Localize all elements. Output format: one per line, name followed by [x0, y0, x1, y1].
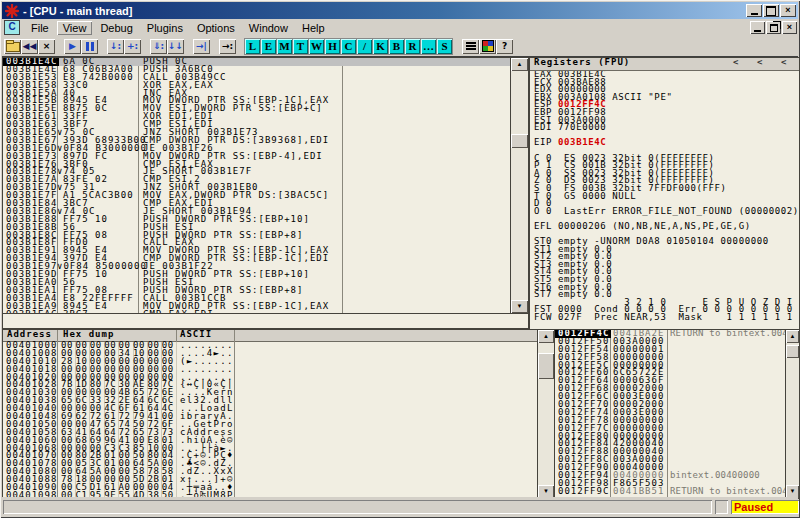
mdi-minimize-icon[interactable] — [750, 21, 765, 34]
scroll-up-icon[interactable]: ▲ — [538, 330, 554, 343]
menubar: C FileViewDebugPluginsOptionsWindowHelp … — [2, 19, 798, 36]
panel-button-m[interactable]: M — [277, 39, 292, 54]
register-line: O 0 LastErr ERROR_FILE_NOT_FOUND (000000… — [530, 208, 799, 216]
minimize-icon[interactable] — [746, 4, 762, 17]
menu-item-debug[interactable]: Debug — [94, 21, 138, 35]
register-line: EFL 00000206 (NO,NB,NE,A,NS,PE,GE,G) — [530, 223, 799, 231]
scroll-thumb[interactable] — [511, 134, 528, 148]
panel-button-k[interactable]: K — [373, 39, 388, 54]
scroll-thumb[interactable] — [786, 345, 799, 358]
open-file-button[interactable] — [4, 39, 21, 54]
disasm-row[interactable]: 003B1E5833C0XOR EAX,EAX — [3, 82, 510, 90]
register-line: T 0 GS 0000 NULL — [530, 193, 799, 201]
scroll-up-icon[interactable]: ▲ — [511, 58, 528, 71]
toolbar: ◀◀×▶↓:+:⇓:↓↓→|→:LEMTWHC/KBR…S? — [2, 36, 798, 56]
help-icon: ? — [502, 42, 507, 51]
execute-till-return-button[interactable]: →| — [193, 39, 210, 54]
status-small-field — [715, 500, 728, 514]
scroll-thumb[interactable] — [538, 353, 554, 379]
help-button[interactable]: ? — [496, 39, 513, 54]
close-program-button[interactable]: × — [38, 39, 55, 54]
panel-button-r[interactable]: R — [405, 39, 420, 54]
appearance-icon — [482, 40, 494, 52]
window-title: - [CPU - main thread] — [23, 5, 746, 17]
menu-item-plugins[interactable]: Plugins — [141, 21, 189, 35]
scroll-down-icon[interactable]: ▼ — [511, 300, 528, 313]
register-line: EDI 770E0000 — [530, 124, 799, 132]
cpu-window-icon[interactable]: C — [4, 20, 20, 35]
mdi-close-icon[interactable]: × — [782, 21, 797, 34]
fpu-pager-icon[interactable]: < — [733, 59, 739, 67]
go-to-address-icon: →: — [222, 42, 233, 51]
stack-pane[interactable]: 0012FF4C0041BA2ERETURN to bintext.0041BA… — [554, 329, 786, 499]
dump-header-ascii: ASCII — [180, 331, 212, 339]
panel-button-slash[interactable]: / — [357, 39, 372, 54]
status-state-badge: Paused — [731, 500, 799, 514]
stack-row[interactable]: 0012FF9C0041BB51RETURN to bintext.0041BB… — [555, 488, 785, 496]
run-icon: ▶ — [69, 42, 76, 51]
panel-button-c[interactable]: C — [341, 39, 356, 54]
app-icon — [5, 4, 19, 18]
stack-scrollbar[interactable]: ▲ ▼ — [785, 329, 800, 499]
restart-icon: ◀◀ — [23, 42, 37, 51]
dump-scrollbar[interactable]: ▲ ▼ — [537, 329, 555, 499]
fpu-pager-icon[interactable]: < — [781, 59, 787, 67]
restart-button[interactable]: ◀◀ — [21, 39, 38, 54]
menu-item-help[interactable]: Help — [296, 21, 331, 35]
menu-item-file[interactable]: File — [25, 21, 55, 35]
pause-button[interactable] — [81, 39, 98, 54]
panel-button-dots[interactable]: … — [421, 39, 436, 54]
dump-header-address: Address — [7, 331, 52, 339]
mdi-window-controls: × — [750, 21, 797, 34]
stack-comment: RETURN to bintext.0041BA2E — [670, 330, 786, 338]
stack-address: 0012FF9C — [558, 488, 608, 496]
mdi-restore-icon[interactable] — [766, 21, 781, 34]
animate-into-icon: ⇓: — [153, 42, 164, 51]
panel-button-t[interactable]: T — [293, 39, 308, 54]
close-icon[interactable]: × — [780, 4, 796, 17]
menu-item-window[interactable]: Window — [243, 21, 294, 35]
menu-item-view[interactable]: View — [57, 21, 93, 35]
list-icon — [466, 41, 476, 51]
panel-button-s[interactable]: S — [437, 39, 452, 54]
step-into-icon: ↓: — [110, 42, 121, 51]
run-button[interactable]: ▶ — [64, 39, 81, 54]
disasm-row[interactable]: 003B1E9DFF75 10PUSH DWORD PTR SS:[EBP+10… — [3, 271, 510, 279]
disassembly-pane[interactable]: 003B1E4C6A 0CPUSH 0C003B1E4E68 C06B3A00P… — [2, 57, 511, 314]
execute-till-return-icon: →| — [196, 42, 207, 51]
menu-item-options[interactable]: Options — [191, 21, 241, 35]
maximize-icon[interactable] — [763, 4, 779, 17]
stack-value: 0041BB51 — [613, 488, 664, 496]
dump-pane[interactable]: Address Hex dump ASCII 00401000000000000… — [2, 329, 538, 499]
info-pane[interactable] — [2, 313, 529, 329]
registers-title: Registers (FPU) — [534, 59, 630, 67]
step-over-button[interactable]: +: — [124, 39, 141, 54]
panel-button-b[interactable]: B — [389, 39, 404, 54]
window-controls: × — [746, 4, 796, 17]
register-line: EIP 003B1E4C — [530, 139, 799, 147]
statusbar: Paused — [2, 497, 798, 516]
panel-button-w[interactable]: W — [309, 39, 324, 54]
menu-items: FileViewDebugPluginsOptionsWindowHelp — [25, 21, 333, 35]
disasm-row[interactable]: 003B1E88FF75 10PUSH DWORD PTR SS:[EBP+10… — [3, 216, 510, 224]
windows-list-button[interactable] — [462, 39, 479, 54]
panel-button-h[interactable]: H — [325, 39, 340, 54]
close-program-icon: × — [43, 42, 51, 51]
register-line: FCW 027F Prec NEAR,53 Mask 1 1 1 1 1 1 — [530, 314, 799, 322]
go-to-address-button[interactable]: →: — [219, 39, 236, 54]
fpu-pager-icon[interactable]: < — [757, 59, 763, 67]
appearance-button[interactable] — [479, 39, 496, 54]
registers-pane[interactable]: Registers (FPU) < < < EAX 003B1E4CECX 00… — [529, 57, 800, 330]
status-message-field — [3, 500, 712, 514]
step-into-button[interactable]: ↓: — [107, 39, 124, 54]
stack-comment: bintext.00400000 — [670, 472, 760, 480]
scroll-up-icon[interactable]: ▲ — [786, 330, 799, 343]
step-over-icon: +: — [127, 42, 138, 51]
panel-button-l[interactable]: L — [245, 39, 260, 54]
disassembly-scrollbar[interactable]: ▲ ▼ — [510, 57, 529, 314]
animate-into-button[interactable]: ⇓: — [150, 39, 167, 54]
animate-over-button[interactable]: ↓↓ — [167, 39, 184, 54]
titlebar: - [CPU - main thread] × — [2, 2, 798, 19]
panel-button-e[interactable]: E — [261, 39, 276, 54]
dump-header-hex: Hex dump — [63, 331, 114, 339]
